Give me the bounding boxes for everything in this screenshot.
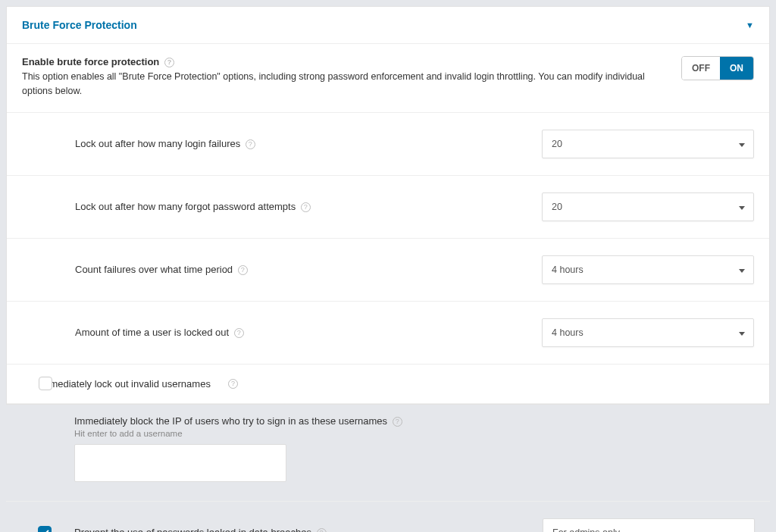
invalid-usernames-checkbox[interactable] [39, 377, 52, 390]
enable-title: Enable brute force protection ? [22, 56, 666, 67]
count-period-label: Count failures over what time period [75, 264, 233, 275]
block-ip-textarea[interactable] [74, 444, 286, 482]
help-icon[interactable]: ? [234, 328, 244, 338]
lockout-time-select[interactable]: 4 hours [542, 318, 754, 347]
help-icon[interactable]: ? [393, 417, 402, 427]
invalid-usernames-label: Immediately lock out invalid usernames [39, 378, 211, 390]
block-ip-sublabel: Hit enter to add a username [74, 429, 755, 438]
leaked-passwords-label: Prevent the use of passwords leaked in d… [74, 527, 311, 532]
lockout-time-label: Amount of time a user is locked out [75, 327, 229, 338]
login-failures-label: Lock out after how many login failures [75, 138, 240, 149]
login-failures-select[interactable]: 20 [542, 130, 754, 158]
panel-title: Brute Force Protection [22, 19, 137, 31]
chevron-down-icon[interactable]: ▼ [746, 20, 754, 30]
enable-toggle: OFF ON [681, 56, 754, 80]
help-icon[interactable]: ? [238, 265, 248, 275]
forgot-password-select[interactable]: 20 [542, 192, 754, 221]
toggle-off-button[interactable]: OFF [682, 57, 720, 80]
forgot-password-label: Lock out after how many forgot password … [75, 201, 296, 212]
enable-description: This option enables all "Brute Force Pro… [22, 70, 666, 99]
count-period-select[interactable]: 4 hours [542, 255, 754, 284]
help-icon[interactable]: ? [301, 202, 311, 212]
toggle-on-button[interactable]: ON [720, 57, 753, 80]
leaked-passwords-checkbox[interactable] [38, 526, 52, 532]
leaked-passwords-select[interactable]: For admins only [543, 518, 755, 532]
help-icon[interactable]: ? [164, 58, 174, 67]
help-icon[interactable]: ? [317, 528, 327, 532]
help-icon[interactable]: ? [246, 139, 255, 149]
help-icon[interactable]: ? [228, 379, 238, 389]
panel-header[interactable]: Brute Force Protection ▼ [7, 7, 769, 44]
block-ip-label: Immediately block the IP of users who tr… [74, 415, 387, 427]
